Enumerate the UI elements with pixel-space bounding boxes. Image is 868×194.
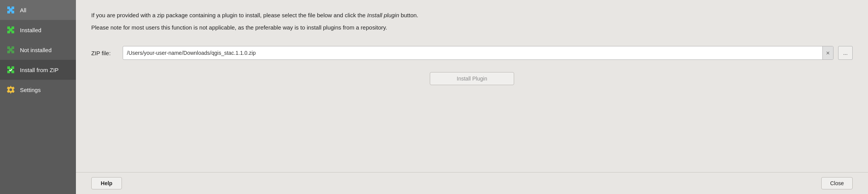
zip-clear-button[interactable]: ✕ xyxy=(822,46,833,59)
install-plugin-button[interactable]: Install Plugin xyxy=(430,72,514,85)
gear-icon xyxy=(5,84,16,95)
svg-point-1 xyxy=(10,89,12,91)
main-panel: If you are provided with a zip package c… xyxy=(76,0,868,194)
puzzle-all-icon xyxy=(5,5,16,15)
sidebar-item-not-installed[interactable]: Not installed xyxy=(0,40,76,60)
zip-file-row: ZIP file: ✕ ... xyxy=(91,46,853,60)
sidebar-item-settings-label: Settings xyxy=(20,87,41,93)
zip-browse-button[interactable]: ... xyxy=(838,46,853,60)
install-plugin-row: Install Plugin xyxy=(91,72,853,85)
sidebar-item-install-from-zip-label: Install from ZIP xyxy=(20,67,59,73)
sidebar-item-install-from-zip[interactable]: Install from ZIP xyxy=(0,60,76,80)
description-text-1: If you are provided with a zip package c… xyxy=(91,11,853,20)
close-button[interactable]: Close xyxy=(821,177,853,189)
zip-input-wrapper: ✕ xyxy=(123,46,833,60)
sidebar-item-not-installed-label: Not installed xyxy=(20,47,52,53)
sidebar-item-all-label: All xyxy=(20,7,26,13)
description-text-2: Please note for most users this function… xyxy=(91,23,853,32)
sidebar-item-settings[interactable]: Settings xyxy=(0,80,76,100)
sidebar: All Installed Not installed Install from… xyxy=(0,0,76,194)
puzzle-zip-icon xyxy=(5,64,16,75)
bottom-bar: Help Close xyxy=(76,172,868,194)
puzzle-not-installed-icon xyxy=(5,44,16,55)
sidebar-item-installed[interactable]: Installed xyxy=(0,20,76,40)
zip-file-label: ZIP file: xyxy=(91,50,118,56)
help-button[interactable]: Help xyxy=(91,177,122,189)
sidebar-item-installed-label: Installed xyxy=(20,27,41,33)
zip-file-input[interactable] xyxy=(123,46,822,59)
puzzle-installed-icon xyxy=(5,25,16,35)
sidebar-item-all[interactable]: All xyxy=(0,0,76,20)
install-plugin-italic: Install plugin xyxy=(367,12,399,18)
